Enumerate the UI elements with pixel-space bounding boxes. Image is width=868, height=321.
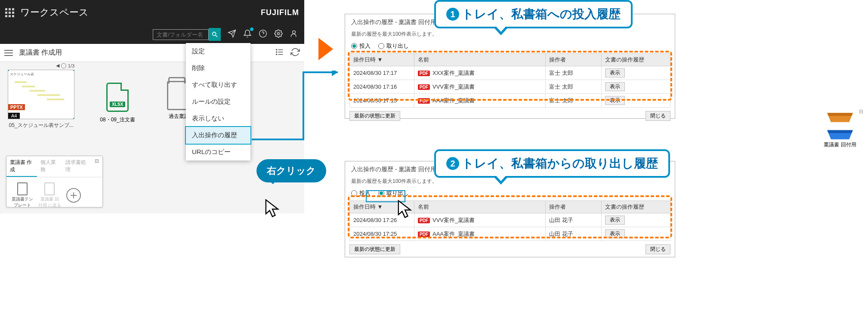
cell-name: PDFAAA案件_稟議書 xyxy=(414,94,546,108)
callout-2: 2 トレイ、私書箱からの取り出し履歴 xyxy=(434,149,670,178)
menu-icon[interactable] xyxy=(4,50,13,56)
ctx-delete[interactable]: 削除 xyxy=(186,60,250,77)
gear-icon[interactable] xyxy=(274,29,283,40)
ctx-io-history[interactable]: 入出操作の履歴 xyxy=(186,127,250,144)
file-label: 05_スケジュール表サンプ... xyxy=(8,122,74,129)
notification-dot xyxy=(250,28,253,31)
ctx-hide[interactable]: 表示しない xyxy=(186,110,250,127)
tray-in[interactable]: 稟議書 回付用 xyxy=(814,127,866,148)
a4-badge: A4 xyxy=(8,113,20,119)
radio-insert[interactable]: 投入 xyxy=(351,42,371,50)
show-button[interactable]: 表示 xyxy=(605,68,625,77)
xlsx-icon: XLSX xyxy=(106,83,129,112)
brand-logo: FUJIFILM xyxy=(261,8,299,17)
file-item-xlsx[interactable]: XLSX 08・09_注文書 xyxy=(92,70,143,129)
col-user[interactable]: 操作者 xyxy=(546,201,602,213)
svg-point-4 xyxy=(278,32,280,34)
tray-panel: ⊟ 稟議書 回付用 xyxy=(814,107,866,151)
table-row[interactable]: 2024/08/30 17:16PDFVVV案件_稟議書富士 太郎表示 xyxy=(350,80,670,94)
radio-insert[interactable]: 投入 xyxy=(351,189,371,197)
plus-icon xyxy=(66,188,81,203)
cell-user: 山田 花子 xyxy=(546,213,602,227)
breadcrumb-bar: 稟議書 作成用 xyxy=(0,44,304,62)
eye-icon[interactable] xyxy=(61,63,66,68)
col-history[interactable]: 文書の操作履歴 xyxy=(602,201,670,213)
tab-personal[interactable]: 個人業務 xyxy=(37,156,62,177)
cell-name: PDFAAA案件_稟議書 xyxy=(414,227,546,241)
callout-number: 1 xyxy=(446,8,459,21)
workspace-title: ワークスペース xyxy=(20,6,89,19)
search-box xyxy=(153,28,221,41)
shortcut-template[interactable]: 稟議書テンプレート xyxy=(12,182,33,208)
refresh-icon[interactable] xyxy=(290,47,300,59)
col-name[interactable]: 名前 xyxy=(414,54,546,66)
tab-ringisho[interactable]: 稟議書 作成 xyxy=(6,156,37,177)
col-date[interactable]: 操作日時 ▼ xyxy=(350,54,414,66)
close-button[interactable]: 閉じる xyxy=(646,111,670,121)
pdf-icon: PDF xyxy=(418,218,430,223)
cell-name: PDFVVV案件_稟議書 xyxy=(414,80,546,94)
pptx-badge: PPTX xyxy=(8,104,25,110)
cursor-icon xyxy=(395,199,415,221)
close-icon[interactable]: ⊟ xyxy=(91,156,102,177)
breadcrumb-title: 稟議書 作成用 xyxy=(19,48,62,57)
pptx-thumbnail: スケジュール表 PPTX A4 xyxy=(8,70,74,119)
send-icon[interactable] xyxy=(228,29,236,40)
file-item-pptx[interactable]: ◀ 1/3 スケジュール表 PPTX A4 xyxy=(8,70,74,129)
shortcuts-panel: 稟議書 作成 個人業務 請求書処理 ⊟ 稟議書テンプレート 稟議書 回付用 に送… xyxy=(6,156,103,207)
table-row[interactable]: 2024/08/30 17:15PDFAAA案件_稟議書富士 太郎表示 xyxy=(350,94,670,108)
ctx-rule-settings[interactable]: ルールの設定 xyxy=(186,93,250,110)
close-icon[interactable]: ⊟ xyxy=(859,108,863,114)
help-icon[interactable] xyxy=(259,29,267,40)
apps-grid-icon[interactable] xyxy=(5,8,14,17)
cell-user: 富士 太郎 xyxy=(546,66,602,80)
svg-point-10 xyxy=(276,54,277,55)
prev-icon[interactable]: ◀ xyxy=(56,63,59,68)
workspace-window: ワークスペース FUJIFILM 稟議書 作成用 xyxy=(0,0,304,213)
ctx-copy-url[interactable]: URLのコピー xyxy=(186,144,250,160)
refresh-button[interactable]: 最新の状態に更新 xyxy=(349,244,400,254)
annotation-arrow xyxy=(318,38,333,60)
search-button[interactable] xyxy=(209,28,221,41)
col-user[interactable]: 操作者 xyxy=(546,54,602,66)
annotation-bubble: 右クリック xyxy=(256,159,326,182)
callout-1: 1 トレイ、私書箱への投入履歴 xyxy=(434,0,633,28)
workspace-topbar: ワークスペース FUJIFILM xyxy=(0,0,304,25)
radio-extract[interactable]: 取り出し xyxy=(378,42,409,50)
table-row[interactable]: 2024/08/30 17:25PDFAAA案件_稟議書山田 花子表示 xyxy=(350,227,670,241)
bell-icon[interactable] xyxy=(243,29,252,40)
show-button[interactable]: 表示 xyxy=(605,229,625,238)
col-name[interactable]: 名前 xyxy=(414,201,546,213)
workspace-body: ◀ 1/3 スケジュール表 PPTX A4 xyxy=(0,62,304,213)
pdf-icon: PDF xyxy=(418,84,430,90)
tray-out[interactable] xyxy=(814,109,866,124)
callout-number: 2 xyxy=(446,157,459,170)
svg-line-1 xyxy=(216,35,217,37)
close-button[interactable]: 閉じる xyxy=(646,244,670,254)
ctx-settings[interactable]: 設定 xyxy=(186,43,250,60)
thumbnail-pager: ◀ 1/3 xyxy=(56,63,74,68)
shortcut-send-circulate: 稟議書 回付用 に送る xyxy=(38,182,61,208)
show-button[interactable]: 表示 xyxy=(605,216,625,225)
search-input[interactable] xyxy=(153,29,209,40)
cell-date: 2024/08/30 17:17 xyxy=(350,66,414,80)
svg-point-8 xyxy=(276,52,277,52)
ctx-extract-all[interactable]: すべて取り出す xyxy=(186,77,250,93)
user-icon[interactable] xyxy=(290,29,298,40)
cell-user: 富士 太郎 xyxy=(546,94,602,108)
pdf-icon: PDF xyxy=(418,98,430,104)
table-row[interactable]: 2024/08/30 17:17PDFXXX案件_稟議書富士 太郎表示 xyxy=(350,66,670,80)
col-history[interactable]: 文書の操作履歴 xyxy=(602,54,670,66)
cell-user: 富士 太郎 xyxy=(546,80,602,94)
tab-invoice[interactable]: 請求書処理 xyxy=(62,156,91,177)
list-view-icon[interactable] xyxy=(275,47,284,59)
shortcut-add[interactable] xyxy=(66,188,81,203)
radio-extract[interactable]: 取り出し xyxy=(378,189,409,197)
cell-date: 2024/08/30 17:25 xyxy=(350,227,414,241)
cell-user: 山田 花子 xyxy=(546,227,602,241)
history-table: 操作日時 ▼ 名前 操作者 文書の操作履歴 2024/08/30 17:17PD… xyxy=(349,53,670,108)
show-button[interactable]: 表示 xyxy=(605,96,625,105)
refresh-button[interactable]: 最新の状態に更新 xyxy=(349,111,400,121)
show-button[interactable]: 表示 xyxy=(605,82,625,91)
file-label: 08・09_注文書 xyxy=(100,116,135,123)
